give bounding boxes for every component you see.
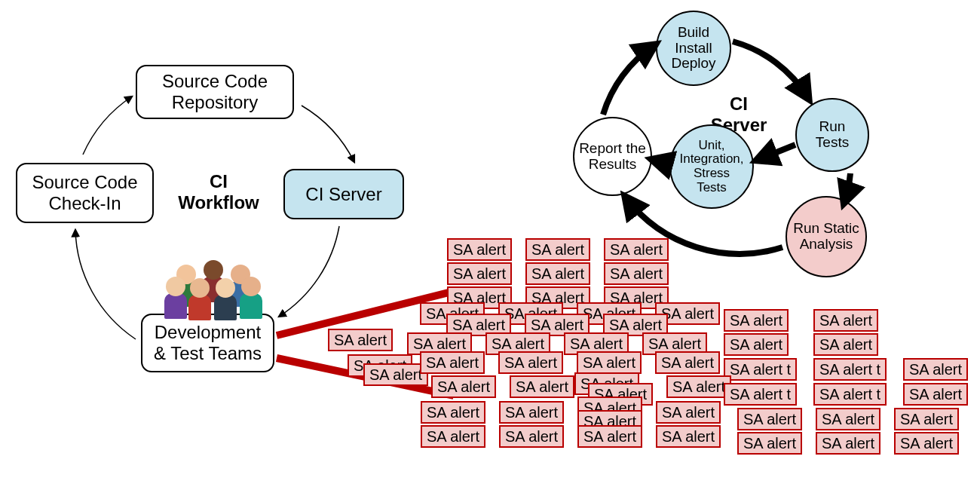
sa-alert: SA alert	[510, 375, 574, 398]
circle-run-static-analysis: Run Static Analysis	[786, 196, 867, 277]
sa-alert: SA alert	[903, 358, 968, 381]
sa-alert: SA alert	[656, 401, 721, 424]
sa-alert: SA alert	[737, 432, 802, 455]
node-source-repo: Source Code Repository	[136, 65, 294, 119]
node-dev-test-teams: Development & Test Teams	[141, 314, 274, 372]
sa-alert: SA alert t	[813, 383, 887, 406]
sa-alert: SA alert	[363, 363, 428, 386]
node-ci-server: CI Server	[283, 169, 404, 219]
sa-alert: SA alert	[421, 401, 485, 424]
sa-alert: SA alert	[894, 408, 959, 430]
ci-workflow-title: CI Workflow	[170, 171, 268, 213]
people-illustration-icon	[167, 260, 261, 320]
sa-alert: SA alert	[813, 309, 878, 332]
sa-alert: SA alert	[816, 432, 880, 455]
sa-alert: SA alert	[421, 425, 485, 448]
circle-report-results: Report the Results	[573, 117, 652, 196]
sa-alert: SA alert	[499, 401, 564, 424]
sa-alert: SA alert	[724, 309, 789, 332]
circle-unit-integration-stress: Unit, Integration, Stress Tests	[669, 124, 754, 209]
sa-alert: SA alert	[577, 425, 642, 448]
sa-alert: SA alert	[431, 375, 496, 398]
sa-alert: SA alert t	[724, 383, 797, 406]
node-source-checkin: Source Code Check-In	[16, 163, 154, 223]
circle-build-install-deploy: Build Install Deploy	[656, 11, 731, 86]
sa-alert: SA alert	[498, 351, 563, 374]
sa-alert: SA alert	[813, 333, 878, 356]
sa-alert: SA alert	[447, 238, 512, 261]
sa-alert: SA alert	[577, 351, 642, 374]
sa-alert: SA alert	[655, 351, 720, 374]
sa-alert: SA alert	[656, 425, 721, 448]
sa-alert: SA alert	[604, 238, 669, 261]
sa-alert: SA alert	[816, 408, 880, 430]
sa-alert: SA alert	[525, 262, 590, 285]
sa-alert: SA alert	[604, 262, 669, 285]
sa-alert: SA alert	[737, 408, 802, 430]
sa-alert: SA alert	[903, 383, 968, 406]
sa-alert: SA alert	[894, 432, 959, 455]
sa-alert: SA alert t	[813, 358, 887, 381]
sa-alert: SA alert	[666, 375, 731, 398]
sa-alert: SA alert t	[724, 358, 797, 381]
circle-run-tests: Run Tests	[795, 98, 869, 172]
sa-alert: SA alert	[328, 329, 393, 351]
sa-alert: SA alert	[447, 262, 512, 285]
sa-alert: SA alert	[420, 351, 485, 374]
sa-alert: SA alert	[499, 425, 564, 448]
sa-alert: SA alert	[724, 333, 789, 356]
sa-alert: SA alert	[525, 238, 590, 261]
